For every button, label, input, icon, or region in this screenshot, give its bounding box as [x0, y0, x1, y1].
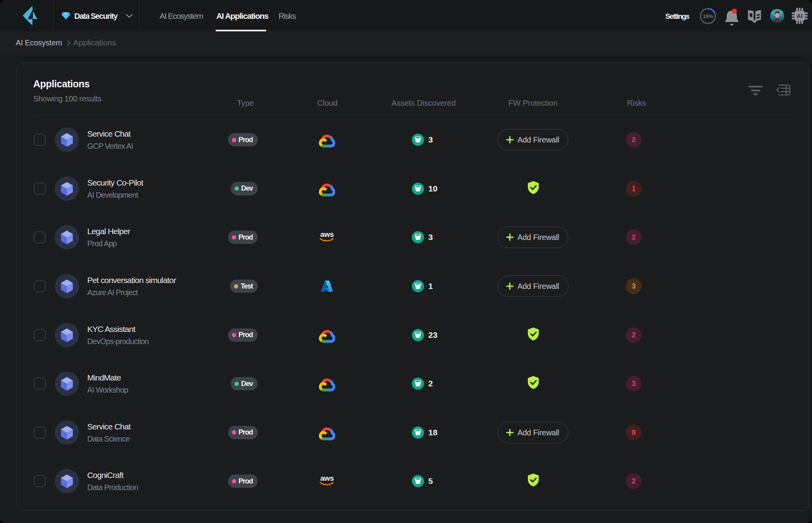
svg-text:AI: AI — [797, 13, 803, 19]
svg-text:19%: 19% — [703, 13, 713, 19]
